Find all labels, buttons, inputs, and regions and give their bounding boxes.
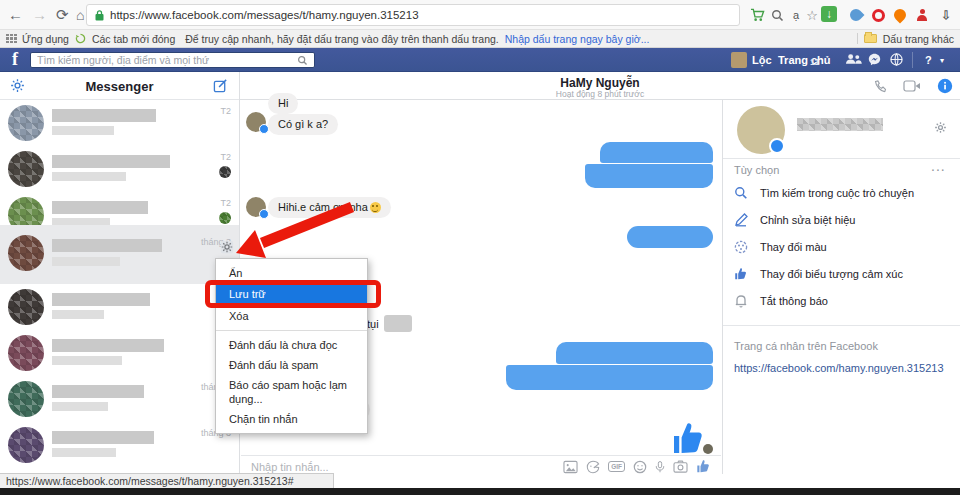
- conversation-avatar: [8, 335, 44, 371]
- avatar[interactable]: [731, 52, 747, 68]
- help-icon[interactable]: ?: [925, 54, 932, 66]
- home-link[interactable]: Trang chủ: [778, 54, 831, 66]
- back-icon[interactable]: ←: [8, 5, 23, 25]
- outgoing-message-blurred: [627, 226, 713, 248]
- browser-toolbar: ← → ⟳ ⌂ https://www.facebook.com/message…: [0, 0, 960, 30]
- friend-requests-icon[interactable]: [845, 53, 862, 65]
- conversation-preview-blurred: [52, 402, 108, 411]
- extension-blue-icon[interactable]: [847, 6, 865, 24]
- thumbs-up-icon: [734, 267, 748, 281]
- conversation-row[interactable]: T2: [0, 100, 239, 146]
- sticker-icon[interactable]: [586, 460, 600, 474]
- conversation-preview-blurred: [52, 257, 120, 266]
- header-divider: [912, 52, 913, 68]
- contact-name-blurred: [797, 118, 883, 131]
- menu-item-delete[interactable]: Xóa: [216, 306, 367, 326]
- menu-item-block[interactable]: Chặn tin nhắn: [216, 409, 367, 429]
- seen-avatar: [703, 444, 713, 454]
- messenger-sidebar-header: Messenger: [0, 72, 239, 100]
- compose-icon[interactable]: [213, 78, 228, 93]
- download-manager-icon[interactable]: ↓: [821, 6, 837, 22]
- reload-icon[interactable]: ⟳: [56, 5, 69, 25]
- conversation-info-panel: Tùy chọn ... Tìm kiếm trong cuộc trò chu…: [722, 100, 960, 474]
- facebook-logo[interactable]: f: [12, 49, 18, 70]
- conversation-avatar: [8, 151, 44, 187]
- outgoing-message-blurred: [585, 164, 713, 188]
- conversation-row[interactable]: T2: [0, 146, 239, 192]
- apps-grid-icon[interactable]: [6, 34, 16, 44]
- profile-link[interactable]: https://facebook.com/hamy.nguyen.315213: [734, 362, 944, 374]
- option-change-emoji[interactable]: Thay đổi biểu tượng cảm xúc: [734, 267, 903, 281]
- emoji-icon[interactable]: [633, 460, 647, 474]
- search-icon: [734, 186, 748, 200]
- info-icon[interactable]: [937, 78, 953, 94]
- gif-icon[interactable]: GIF: [608, 461, 625, 472]
- conversation-name-blurred: [52, 201, 148, 214]
- bookmarks-hint: Để truy cập nhanh, hãy đặt dấu trang vào…: [185, 33, 498, 45]
- option-edit-nickname[interactable]: Chỉnh sửa biệt hiệu: [734, 213, 855, 227]
- facebook-header: f Lộc Trang chủ 11 ? ▾: [0, 48, 960, 72]
- forward-icon[interactable]: →: [32, 5, 47, 25]
- conversation-name-blurred: [52, 109, 156, 122]
- conversation-name-blurred: [52, 155, 170, 168]
- conversation-preview-blurred: [52, 448, 116, 457]
- annotation-highlight-rectangle: [205, 280, 381, 308]
- opera-extension-icon[interactable]: [869, 6, 887, 24]
- option-mute-notifications[interactable]: Tắt thông báo: [734, 294, 828, 308]
- conversation-avatar: [8, 427, 44, 463]
- messenger-icon[interactable]: [868, 53, 881, 66]
- video-call-icon[interactable]: [903, 80, 921, 92]
- conversation-row[interactable]: [0, 330, 239, 376]
- color-palette-icon: [734, 240, 748, 254]
- outgoing-message-blurred: [556, 342, 713, 364]
- conversation-time: T2: [175, 198, 231, 208]
- menu-item-mark-spam[interactable]: Đánh dấu là spam: [216, 355, 367, 375]
- profile-name[interactable]: Lộc: [752, 54, 772, 66]
- conversation-row[interactable]: tháng 3: [0, 376, 239, 422]
- flame-extension-icon[interactable]: [891, 6, 909, 24]
- home-badge: 11: [810, 57, 820, 67]
- search-icon[interactable]: [297, 55, 308, 66]
- import-bookmarks-link[interactable]: Nhập dấu trang ngay bây giờ...: [505, 33, 650, 45]
- conversation-row-selected[interactable]: tháng 3: [0, 225, 239, 284]
- option-change-color[interactable]: Thay đổi màu: [734, 240, 827, 254]
- menu-separator: [216, 330, 367, 331]
- conversation-preview-blurred: [52, 126, 114, 135]
- facebook-search-input[interactable]: [30, 52, 315, 68]
- conversation-preview-blurred: [52, 356, 122, 365]
- call-icon[interactable]: [873, 79, 888, 94]
- conversation-row[interactable]: tháng 3: [0, 422, 239, 468]
- notifications-globe-icon[interactable]: [890, 53, 903, 66]
- address-bar[interactable]: https://www.facebook.com/messages/t/hamy…: [86, 4, 740, 26]
- incoming-message: Hi: [268, 93, 298, 114]
- panel-gear-icon[interactable]: [934, 121, 947, 134]
- conversation-settings-gear-icon[interactable]: [220, 240, 234, 254]
- home-icon[interactable]: ⌂: [76, 5, 84, 25]
- cart-extension-icon[interactable]: [748, 6, 766, 24]
- account-caret-icon[interactable]: ▾: [940, 56, 944, 65]
- person-extension-icon[interactable]: [913, 6, 931, 24]
- option-search-conversation[interactable]: Tìm kiếm trong cuộc trò chuyện: [734, 186, 914, 200]
- message-input[interactable]: Nhập tin nhắn...: [251, 461, 329, 473]
- photo-attach-icon[interactable]: [563, 460, 578, 474]
- contact-profile-avatar[interactable]: [737, 106, 785, 154]
- notification-icon: [734, 294, 748, 308]
- more-options-icon[interactable]: ...: [931, 158, 946, 174]
- conversation-preview-blurred: [52, 172, 126, 181]
- conversation-row[interactable]: [0, 284, 239, 330]
- messenger-title: Messenger: [0, 79, 239, 94]
- bookmark-closed-tabs[interactable]: Các tab mới đóng: [92, 33, 175, 45]
- conversation-name-blurred: [52, 339, 164, 352]
- like-send-icon[interactable]: [696, 459, 711, 474]
- menu-item-report-spam[interactable]: Báo cáo spam hoặc lạm dụng...: [216, 375, 367, 409]
- menu-item-mark-unread[interactable]: Đánh dấu là chưa đọc: [216, 335, 367, 355]
- seen-avatar: [219, 212, 231, 224]
- bookmark-apps[interactable]: Ứng dụng: [22, 33, 69, 45]
- options-title: Tùy chọn: [734, 164, 779, 176]
- search-extension-icon[interactable]: [768, 6, 786, 24]
- bookmark-star-icon[interactable]: ☆: [803, 6, 821, 24]
- downloads-icon[interactable]: ⇩: [937, 6, 955, 24]
- microphone-icon[interactable]: [655, 460, 665, 474]
- camera-icon[interactable]: [673, 460, 688, 473]
- other-bookmarks[interactable]: Dấu trang khác: [883, 33, 954, 45]
